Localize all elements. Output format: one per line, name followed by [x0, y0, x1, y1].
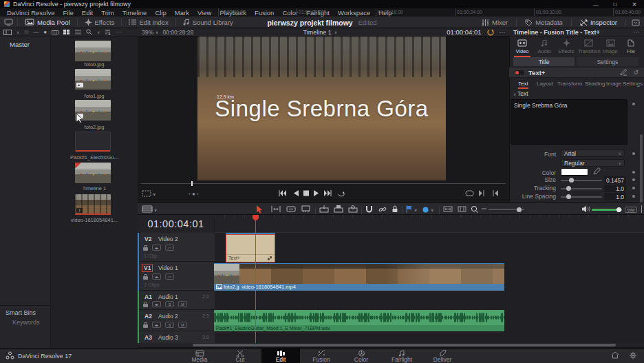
- mute-button[interactable]: M: [178, 301, 187, 307]
- menu-timeline[interactable]: Timeline: [118, 9, 151, 17]
- play-button[interactable]: [314, 190, 319, 196]
- keyframe-dot[interactable]: [632, 195, 635, 198]
- track-name[interactable]: Video 2: [158, 236, 178, 242]
- media-thumbnail-foto1[interactable]: [75, 69, 111, 90]
- tracking-value[interactable]: 1.0: [604, 185, 626, 192]
- timeline-ruler[interactable]: [215, 215, 644, 233]
- media-thumbnail-video[interactable]: ♪: [75, 194, 111, 215]
- keyframe-pen-icon[interactable]: [620, 69, 627, 76]
- volume-slider-knob[interactable]: [616, 207, 621, 212]
- track-enable-icon[interactable]: ▭: [165, 273, 174, 280]
- track-id[interactable]: V2: [143, 236, 153, 242]
- text-tab-text[interactable]: Text: [518, 81, 528, 87]
- first-frame-button[interactable]: [279, 190, 286, 196]
- page-deliver[interactable]: Deliver: [423, 348, 462, 363]
- keyframe-dot[interactable]: [632, 103, 635, 105]
- timeline-playhead[interactable]: [255, 215, 256, 343]
- tracking-slider[interactable]: [561, 188, 602, 189]
- settings-gear-icon[interactable]: [629, 351, 637, 360]
- prev-edit-icon[interactable]: [492, 190, 498, 196]
- text-tab-layout[interactable]: Layout: [537, 81, 553, 87]
- smart-bins-label[interactable]: Smart Bins: [0, 306, 50, 316]
- auto-select-icon[interactable]: ◂▸: [152, 273, 161, 280]
- panel-expand-icon[interactable]: [632, 19, 640, 26]
- track-id-selected[interactable]: V1: [142, 264, 153, 272]
- menu-mark[interactable]: Mark: [171, 9, 193, 17]
- minus-icon[interactable]: —: [33, 29, 39, 35]
- edit-index-button[interactable]: Edit Index: [126, 19, 171, 26]
- enable-toggle-icon[interactable]: [515, 70, 524, 75]
- timeline-video-clip[interactable]: video-1618054841.mp4: [239, 263, 504, 291]
- subtab-settings[interactable]: Settings: [577, 57, 638, 66]
- inspector-options-ellipsis-icon[interactable]: ⋯: [633, 28, 640, 36]
- size-value[interactable]: 0.1457: [604, 176, 626, 184]
- menu-trim[interactable]: Trim: [97, 9, 118, 17]
- viewer-sizing-icon[interactable]: [142, 190, 151, 197]
- close-button[interactable]: ×: [625, 0, 644, 8]
- track-lock-icon[interactable]: [143, 247, 148, 251]
- thumbnail-view-icon[interactable]: [63, 30, 70, 35]
- text-tab-settings[interactable]: Settings: [623, 81, 643, 87]
- inspector-tab-transition[interactable]: Transition: [578, 39, 599, 54]
- menu-fusion[interactable]: Fusion: [250, 9, 279, 17]
- media-clip-name[interactable]: video-1618054841...: [51, 217, 138, 223]
- meters-toggle-icon[interactable]: [641, 205, 644, 213]
- font-style-select[interactable]: Regular∨: [561, 159, 625, 167]
- match-frame-icon[interactable]: [465, 190, 474, 196]
- page-fusion[interactable]: Fusion: [302, 348, 341, 363]
- font-select[interactable]: Arial∨: [561, 149, 625, 157]
- inspector-tab-video[interactable]: Video: [512, 39, 533, 54]
- replace-clip-icon[interactable]: [348, 205, 358, 213]
- speaker-icon[interactable]: [581, 205, 590, 213]
- inspector-tab-image[interactable]: Image: [600, 39, 621, 54]
- media-clip-name[interactable]: foto2.jpg: [51, 124, 138, 130]
- track-id[interactable]: A3: [143, 334, 153, 341]
- subtab-title[interactable]: Title: [513, 57, 575, 66]
- tracking-slider-knob[interactable]: [566, 186, 571, 191]
- list-view-icon[interactable]: [75, 30, 81, 34]
- chevron-down-icon[interactable]: ∨: [17, 30, 19, 34]
- metadata-button[interactable]: Metadata: [522, 19, 566, 26]
- mixer-button[interactable]: Mixer: [479, 19, 511, 26]
- keywords-label[interactable]: Keywords: [0, 316, 50, 326]
- snapping-icon[interactable]: [365, 205, 373, 213]
- inspector-tab-audio[interactable]: Audio: [534, 39, 555, 54]
- zoom-slider[interactable]: [489, 209, 524, 210]
- zoom-slider-knob[interactable]: [517, 207, 522, 212]
- mute-button[interactable]: M: [178, 322, 187, 328]
- jog-marker-icon[interactable]: ‹ ● ›: [189, 191, 199, 197]
- record-dot-icon[interactable]: ●: [43, 29, 47, 35]
- search-icon[interactable]: [86, 29, 92, 35]
- page-media[interactable]: Media: [180, 348, 219, 363]
- track-header-a2[interactable]: A2 Audio 2 2.0 ◂▸ S M: [138, 310, 215, 331]
- keyframe-dot[interactable]: [632, 178, 635, 181]
- chevron-down-icon[interactable]: ∨: [431, 207, 433, 212]
- keyframe-dot[interactable]: [632, 187, 635, 189]
- menu-workspace[interactable]: Workspace: [334, 9, 374, 17]
- size-slider[interactable]: [561, 180, 602, 181]
- chevron-down-icon[interactable]: ∨: [97, 30, 100, 34]
- timeline-view-options-icon[interactable]: [142, 205, 153, 213]
- zoom-minus-icon[interactable]: [482, 208, 486, 209]
- marker-icon[interactable]: [422, 207, 429, 213]
- track-name[interactable]: Audio 3: [158, 334, 178, 341]
- media-clip-name[interactable]: Pack#1_ElectricGu...: [51, 154, 138, 160]
- inspector-scrollbar[interactable]: [640, 134, 643, 203]
- minimize-button[interactable]: —: [586, 0, 605, 8]
- bin-item-master[interactable]: Master: [0, 37, 50, 48]
- keyframe-dot[interactable]: [632, 171, 635, 174]
- timeline-photo-clip[interactable]: foto2.jpg: [214, 263, 239, 291]
- sound-library-button[interactable]: Sound Library: [180, 19, 236, 26]
- page-color[interactable]: Color: [342, 348, 380, 363]
- media-clip-name[interactable]: Timeline 1: [51, 185, 138, 191]
- track-header-v1[interactable]: V1 Video 1 ◂▸ ▭ 2 Clips: [138, 262, 215, 291]
- timeline-audio-clip[interactable]: Pack#1_ElectricGuitar_Mood 1_E Minor_71B…: [214, 310, 504, 331]
- filmstrip-view-icon[interactable]: [52, 30, 58, 35]
- line-spacing-value[interactable]: 1.0: [604, 193, 626, 200]
- chevron-down-icon[interactable]: ∨: [154, 207, 157, 212]
- media-thumbnail-audio-pack[interactable]: [75, 132, 111, 152]
- timeline-selector[interactable]: Timeline 1: [303, 29, 332, 36]
- track-id[interactable]: A1: [143, 293, 153, 300]
- media-clip-name[interactable]: foto1.jpg: [51, 93, 138, 99]
- menu-file[interactable]: File: [59, 9, 78, 17]
